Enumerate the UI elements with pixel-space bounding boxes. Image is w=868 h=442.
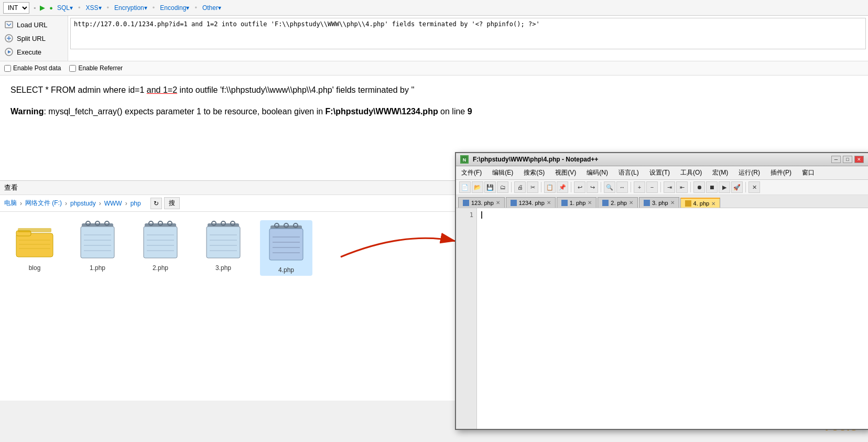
tab-2php[interactable]: 2. php ✕ [598, 197, 638, 208]
tab-1php[interactable]: 1. php ✕ [557, 197, 597, 208]
tool-undo[interactable]: ↩ [574, 181, 585, 193]
file-name-2php: 2.php [153, 264, 168, 272]
enable-referrer-checkbox[interactable] [69, 65, 76, 72]
tab-close-1[interactable]: ✕ [588, 200, 592, 206]
tab-close-2[interactable]: ✕ [629, 200, 633, 206]
enable-post-label[interactable]: Enable Post data [4, 64, 61, 72]
notepad-editor[interactable]: 1 [456, 208, 868, 429]
other-menu[interactable]: Other▾ [202, 4, 221, 12]
file-name-4php: 4.php [278, 266, 294, 274]
menu-window[interactable]: 窗口 [801, 168, 816, 178]
tab-close-4[interactable]: ✕ [711, 201, 715, 207]
notepad-window: N F:\phpstudy\WWW\php\4.php - Notepad++ … [455, 152, 868, 430]
file-item-blog[interactable]: blog [8, 220, 61, 276]
menu-language[interactable]: 语言(L) [617, 168, 640, 178]
toolbar-sep-7 [690, 182, 691, 192]
tool-save[interactable]: 💾 [484, 181, 496, 193]
type-select[interactable]: INT [3, 2, 29, 14]
minimize-btn[interactable]: ─ [831, 156, 841, 163]
tool-cut[interactable]: ✂ [527, 181, 538, 193]
encoding-menu[interactable]: Encoding▾ [160, 4, 189, 12]
toolbar-sep-5 [631, 182, 631, 192]
tab-123php[interactable]: 123. php ✕ [458, 197, 505, 208]
tool-paste[interactable]: 📌 [557, 181, 568, 193]
tool-close[interactable]: ✕ [748, 181, 760, 193]
xss-menu[interactable]: XSS▾ [86, 4, 102, 12]
notepad-title: F:\phpstudy\WWW\php\4.php - Notepad++ [473, 156, 827, 163]
svg-rect-35 [207, 227, 240, 258]
tool-run[interactable]: 🚀 [731, 181, 743, 193]
toolbar-sep-8 [745, 182, 746, 192]
file-item-2php[interactable]: 2.php [134, 220, 187, 276]
split-url-action[interactable]: Split URL [0, 31, 68, 45]
menu-tools[interactable]: 工具(O) [679, 168, 703, 178]
file-item-1php[interactable]: 1.php [71, 220, 124, 276]
url-input-area: http://127.0.0.1/1234.php?id=1 and 1=2 i… [68, 16, 868, 61]
warning-file: F:\phpstudy\WWW\1234.php [326, 107, 438, 116]
tool-open[interactable]: 📂 [472, 181, 483, 193]
tool-new[interactable]: 📄 [459, 181, 471, 193]
file-item-3php[interactable]: 3.php [197, 220, 249, 276]
tab-4php[interactable]: 4. php ✕ [680, 198, 721, 208]
load-url-action[interactable]: Load URL [0, 18, 68, 31]
menu-file[interactable]: 文件(F) [460, 168, 483, 178]
enable-referrer-label[interactable]: Enable Referrer [69, 64, 123, 72]
menu-search[interactable]: 搜索(S) [523, 168, 546, 178]
tool-saveall[interactable]: 🗂 [497, 181, 508, 193]
tool-zoomout[interactable]: − [646, 181, 658, 193]
execute-action[interactable]: Execute [0, 45, 68, 59]
tab-close-1234[interactable]: ✕ [547, 200, 551, 206]
tool-macro-play[interactable]: ▶ [719, 181, 730, 193]
tool-redo[interactable]: ↪ [587, 181, 598, 193]
tool-indent[interactable]: ⇥ [664, 181, 675, 193]
refresh-btn[interactable]: ↻ [150, 198, 162, 209]
menu-plugins[interactable]: 插件(P) [769, 168, 793, 178]
close-btn[interactable]: ✕ [854, 156, 864, 163]
menu-macro[interactable]: 宏(M) [711, 168, 729, 178]
split-url-icon [4, 34, 14, 43]
tab-close-3[interactable]: ✕ [670, 200, 675, 206]
breadcrumb-php[interactable]: php [131, 200, 141, 207]
maximize-btn[interactable]: □ [843, 156, 852, 163]
tool-copy[interactable]: 📋 [544, 181, 556, 193]
file-grid: blog [0, 212, 455, 401]
tool-replace[interactable]: ↔ [616, 181, 628, 193]
notepad-app-icon: N [460, 155, 469, 164]
svg-marker-5 [8, 50, 11, 53]
toolbar-sep-1 [511, 182, 512, 192]
tool-macro-stop[interactable]: ⏹ [706, 181, 718, 193]
enable-post-checkbox[interactable] [4, 65, 11, 72]
file-name-1php: 1.php [90, 264, 105, 272]
breadcrumb-home[interactable]: 电脑 [4, 199, 17, 208]
tool-outdent[interactable]: ⇤ [676, 181, 688, 193]
menu-view[interactable]: 视图(V) [554, 168, 577, 178]
menu-encoding[interactable]: 编码(N) [585, 168, 609, 178]
breadcrumb-www[interactable]: WWW [104, 200, 122, 207]
editor-content[interactable] [477, 208, 868, 429]
breadcrumb-phpstudy[interactable]: phpstudy [70, 200, 96, 207]
tool-find[interactable]: 🔍 [604, 181, 615, 193]
file-name-3php: 3.php [215, 264, 231, 272]
menu-edit[interactable]: 编辑(E) [491, 168, 514, 178]
text-cursor [481, 211, 482, 219]
file-name-blog: blog [29, 264, 41, 272]
svg-rect-6 [16, 233, 53, 257]
menu-settings[interactable]: 设置(T) [648, 168, 671, 178]
tab-3php[interactable]: 3. php ✕ [639, 197, 679, 208]
url-input[interactable]: http://127.0.0.1/1234.php?id=1 and 1=2 i… [70, 18, 866, 49]
warning-line: Warning: mysql_fetch_array() expects par… [10, 105, 858, 118]
tool-print[interactable]: 🖨 [514, 181, 526, 193]
load-url-label: Load URL [17, 21, 48, 29]
search-button[interactable]: 搜 [164, 197, 180, 209]
warning-lineno: 9 [468, 107, 472, 116]
menu-run[interactable]: 运行(R) [737, 168, 761, 178]
tab-1234php[interactable]: 1234. php ✕ [506, 197, 556, 208]
tab-close-123[interactable]: ✕ [496, 200, 500, 206]
sql-menu[interactable]: SQL▾ [57, 4, 73, 12]
tool-macro-rec[interactable]: ⏺ [693, 181, 705, 193]
file-item-4php[interactable]: 4.php [260, 220, 312, 276]
svg-rect-15 [81, 227, 114, 258]
breadcrumb-drive[interactable]: 网络文件 (F:) [25, 199, 62, 208]
encryption-menu[interactable]: Encryption▾ [114, 4, 147, 12]
tool-zoomin[interactable]: + [634, 181, 645, 193]
